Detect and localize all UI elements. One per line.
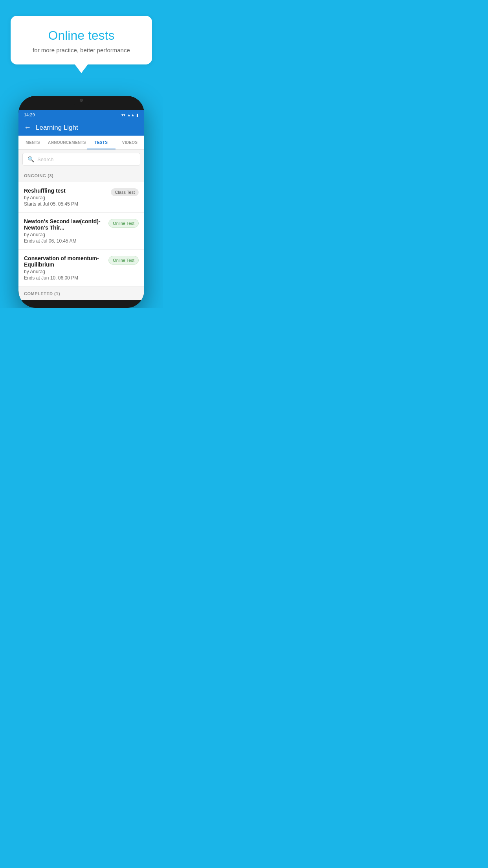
test-item-1[interactable]: Reshuffling test by Anurag Starts at Jul… xyxy=(18,182,144,213)
status-time: 14:29 xyxy=(24,112,35,117)
test-item-3-left: Conservation of momentum-Equilibrium by … xyxy=(24,255,105,281)
tabs-bar: MENTS ANNOUNCEMENTS TESTS VIDEOS xyxy=(18,136,144,150)
test-badge-2: Online Test xyxy=(108,219,139,228)
test-date-1: Starts at Jul 05, 05:45 PM xyxy=(24,201,107,207)
test-by-2: by Anurag xyxy=(24,232,105,237)
search-icon: 🔍 xyxy=(28,156,34,162)
test-date-2: Ends at Jul 06, 10:45 AM xyxy=(24,238,105,244)
tab-announcements[interactable]: ANNOUNCEMENTS xyxy=(47,136,87,149)
tab-videos[interactable]: VIDEOS xyxy=(116,136,144,149)
status-icons: ▾▾ ▲▲ ▮ xyxy=(121,113,139,117)
speech-bubble: Online tests for more practice, better p… xyxy=(11,16,152,64)
back-button[interactable]: ← xyxy=(24,123,31,132)
phone-wrapper: 14:29 ▾▾ ▲▲ ▮ ← Learning Light MENTS ANN… xyxy=(0,96,163,308)
test-by-3: by Anurag xyxy=(24,269,105,274)
test-item-1-left: Reshuffling test by Anurag Starts at Jul… xyxy=(24,188,107,207)
completed-section-header: COMPLETED (1) xyxy=(18,287,144,300)
search-bar-wrap: 🔍 Search xyxy=(18,150,144,169)
test-name-2: Newton's Second law(contd)-Newton's Thir… xyxy=(24,218,105,231)
test-date-3: Ends at Jun 10, 06:00 PM xyxy=(24,275,105,281)
phone-bottom-bezel xyxy=(18,300,144,308)
test-name-1: Reshuffling test xyxy=(24,188,107,194)
search-placeholder: Search xyxy=(37,156,53,162)
app-title: Learning Light xyxy=(36,124,78,132)
speech-bubble-area: Online tests for more practice, better p… xyxy=(0,0,163,84)
tab-tests[interactable]: TESTS xyxy=(87,136,116,149)
phone-top-bezel xyxy=(18,96,144,110)
signal-icon: ▲▲ xyxy=(127,113,135,117)
test-name-3: Conservation of momentum-Equilibrium xyxy=(24,255,105,268)
camera-dot xyxy=(80,99,83,102)
test-by-1: by Anurag xyxy=(24,195,107,200)
test-badge-1: Class Test xyxy=(111,188,139,196)
bubble-subtitle: for more practice, better performance xyxy=(20,47,143,53)
completed-label: COMPLETED (1) xyxy=(24,291,60,296)
test-list: Reshuffling test by Anurag Starts at Jul… xyxy=(18,182,144,287)
phone-notch xyxy=(70,96,93,105)
battery-icon: ▮ xyxy=(136,113,139,117)
ongoing-section-header: ONGOING (3) xyxy=(18,169,144,182)
wifi-icon: ▾▾ xyxy=(121,113,125,117)
phone-mockup: 14:29 ▾▾ ▲▲ ▮ ← Learning Light MENTS ANN… xyxy=(18,96,144,308)
status-bar: 14:29 ▾▾ ▲▲ ▮ xyxy=(18,110,144,120)
bubble-title: Online tests xyxy=(20,28,143,43)
test-item-2[interactable]: Newton's Second law(contd)-Newton's Thir… xyxy=(18,213,144,250)
test-badge-3: Online Test xyxy=(108,256,139,265)
test-item-3[interactable]: Conservation of momentum-Equilibrium by … xyxy=(18,250,144,287)
ongoing-label: ONGOING (3) xyxy=(24,173,53,178)
tab-ments[interactable]: MENTS xyxy=(18,136,47,149)
search-bar[interactable]: 🔍 Search xyxy=(22,153,140,166)
test-item-2-left: Newton's Second law(contd)-Newton's Thir… xyxy=(24,218,105,244)
app-header: ← Learning Light xyxy=(18,120,144,136)
